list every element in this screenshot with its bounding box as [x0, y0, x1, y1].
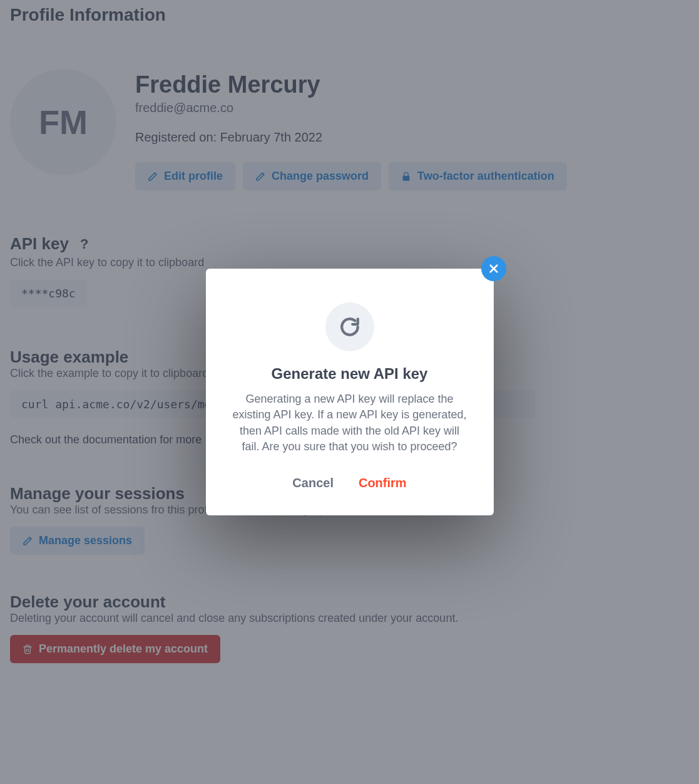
modal-body: Generating a new API key will replace th… — [231, 391, 469, 455]
modal-confirm-button[interactable]: Confirm — [357, 473, 408, 493]
modal-cancel-button[interactable]: Cancel — [291, 473, 335, 493]
refresh-icon — [325, 302, 374, 351]
generate-api-key-modal: Generate new API key Generating a new AP… — [206, 269, 494, 515]
modal-overlay[interactable]: Generate new API key Generating a new AP… — [0, 0, 699, 784]
modal-close-button[interactable] — [481, 256, 506, 281]
close-icon — [488, 263, 499, 274]
modal-title: Generate new API key — [231, 365, 469, 383]
